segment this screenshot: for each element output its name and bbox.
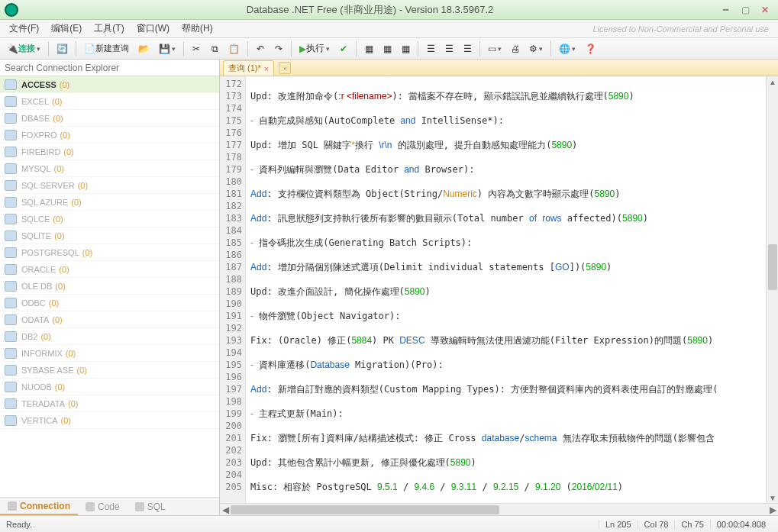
doc-icon: 📄 <box>84 44 95 54</box>
db-type-icon <box>5 415 17 426</box>
db-type-icon <box>5 247 17 258</box>
save-button[interactable]: 💾▾ <box>155 40 179 57</box>
connection-item-sqlce[interactable]: SQLCE(0) <box>0 211 219 227</box>
status-time: 00:00:04.808 <box>710 520 772 529</box>
status-ch: Ch 75 <box>674 520 709 529</box>
gear-button[interactable]: ⚙▾ <box>525 40 547 57</box>
search-input[interactable] <box>0 60 219 76</box>
connection-list: ACCESS(0)EXCEL(0)DBASE(0)FOXPRO(0)FIREBI… <box>0 76 219 497</box>
close-tab-icon[interactable]: × <box>264 64 269 73</box>
connection-item-mysql[interactable]: MYSQL(0) <box>0 160 219 177</box>
indent-icon: ☰ <box>427 44 435 54</box>
execute-button[interactable]: ▶执行▾ <box>295 40 334 57</box>
diagram-button[interactable]: ▭▾ <box>484 40 505 57</box>
db-type-icon <box>5 214 17 224</box>
toolbar: 🔌连接▾ 🔄 📄新建查询 📂 💾▾ ✂ ⧉ 📋 ↶ ↷ ▶执行▾ ✔ ▦ ▦ ▦… <box>0 38 778 60</box>
connection-item-foxpro[interactable]: FOXPRO(0) <box>0 127 219 143</box>
connection-item-sybase-ase[interactable]: SYBASE ASE(0) <box>0 362 219 379</box>
comment-button[interactable]: ☰ <box>459 40 476 57</box>
db-type-icon <box>5 130 17 140</box>
sidebar-tabs: Connection Code SQL <box>0 497 219 515</box>
hscroll-thumb[interactable] <box>231 505 499 514</box>
plug-icon: 🔌 <box>7 44 18 54</box>
print-button[interactable]: 🖨 <box>507 40 524 57</box>
tab-connection[interactable]: Connection <box>0 498 78 515</box>
refresh-button[interactable]: 🔄 <box>53 40 72 57</box>
connection-item-informix[interactable]: INFORMIX(0) <box>0 345 219 362</box>
globe-icon: 🌐 <box>559 44 570 54</box>
close-button[interactable]: ✕ <box>757 3 773 17</box>
connection-item-odata[interactable]: ODATA(0) <box>0 311 219 328</box>
connection-item-nuodb[interactable]: NUODB(0) <box>0 379 219 395</box>
paste-button[interactable]: 📋 <box>224 40 244 57</box>
help-button[interactable]: ❓ <box>581 40 600 57</box>
status-ln: Ln 205 <box>599 520 638 529</box>
redo-button[interactable]: ↷ <box>270 40 287 57</box>
scroll-thumb[interactable] <box>768 244 777 290</box>
menu-tool[interactable]: 工具(T) <box>88 21 130 37</box>
db-type-icon <box>5 281 17 292</box>
db-icon <box>8 501 17 511</box>
editor-tabs: 查询 (1)*× ▫ <box>220 60 778 76</box>
status-col: Col 78 <box>638 520 675 529</box>
check-button[interactable]: ✔ <box>335 40 352 57</box>
connection-item-ole-db[interactable]: OLE DB(0) <box>0 278 219 295</box>
indent-button[interactable]: ☰ <box>422 40 439 57</box>
menu-window[interactable]: 窗口(W) <box>131 21 176 37</box>
refresh-icon: 🔄 <box>56 44 68 54</box>
db-type-icon <box>5 382 17 392</box>
globe-button[interactable]: 🌐▾ <box>555 40 579 57</box>
horizontal-scrollbar[interactable]: ◀ ▶ <box>220 503 778 515</box>
new-query-button[interactable]: 📄新建查询 <box>80 40 133 57</box>
scroll-left-icon[interactable]: ◀ <box>220 505 231 515</box>
connection-item-sql-azure[interactable]: SQL AZURE(0) <box>0 194 219 211</box>
minimize-button[interactable]: ━ <box>717 3 734 17</box>
scroll-down-icon[interactable]: ▼ <box>767 492 778 503</box>
menu-help[interactable]: 帮助(H) <box>176 21 219 37</box>
new-tab-button[interactable]: ▫ <box>279 62 291 74</box>
maximize-button[interactable]: ▢ <box>737 3 754 17</box>
connection-item-firebird[interactable]: FIREBIRD(0) <box>0 143 219 160</box>
connection-item-sql-server[interactable]: SQL SERVER(0) <box>0 177 219 194</box>
db-type-icon <box>5 147 17 157</box>
menu-file[interactable]: 文件(F) <box>3 21 45 37</box>
titlebar: Database .NET Free (非商业用途) - Version 18.… <box>0 0 778 20</box>
connection-item-db2[interactable]: DB2(0) <box>0 328 219 345</box>
connection-item-vertica[interactable]: VERTICA(0) <box>0 412 219 429</box>
menubar: 文件(F) 编辑(E) 工具(T) 窗口(W) 帮助(H) Licensed t… <box>0 20 778 38</box>
db-type-icon <box>5 197 17 208</box>
undo-icon: ↶ <box>257 44 264 54</box>
scroll-right-icon[interactable]: ▶ <box>767 505 778 515</box>
connection-item-dbase[interactable]: DBASE(0) <box>0 110 219 127</box>
connection-item-odbc[interactable]: ODBC(0) <box>0 295 219 311</box>
connection-item-postgresql[interactable]: POSTGRESQL(0) <box>0 244 219 261</box>
db-type-icon <box>5 298 17 308</box>
sql-icon <box>135 502 144 511</box>
tab-code[interactable]: Code <box>78 498 128 515</box>
connection-item-oracle[interactable]: ORACLE(0) <box>0 261 219 278</box>
undo-button[interactable]: ↶ <box>252 40 269 57</box>
editor-tab-query1[interactable]: 查询 (1)*× <box>223 60 274 76</box>
copy-button[interactable]: ⧉ <box>206 40 223 57</box>
grid2-button[interactable]: ▦ <box>379 40 395 57</box>
connection-item-teradata[interactable]: TERADATA(0) <box>0 395 219 412</box>
code-area[interactable]: Upd: 改進附加命令(:r <filename>): 當檔案不存在時, 顯示錯… <box>246 76 766 503</box>
line-gutter: 172 173 174 175 176 177 178 179 180 181 … <box>220 76 246 503</box>
cut-button[interactable]: ✂ <box>188 40 205 57</box>
vertical-scrollbar[interactable]: ▲ ▼ <box>766 76 778 503</box>
connection-item-excel[interactable]: EXCEL(0) <box>0 93 219 110</box>
status-ready: Ready. <box>6 520 32 529</box>
db-type-icon <box>5 231 17 241</box>
grid3-button[interactable]: ▦ <box>397 40 414 57</box>
grid1-button[interactable]: ▦ <box>360 40 377 57</box>
outdent-button[interactable]: ☰ <box>441 40 457 57</box>
connection-item-access[interactable]: ACCESS(0) <box>0 76 219 93</box>
open-button[interactable]: 📂 <box>134 40 153 57</box>
db-type-icon <box>5 348 17 359</box>
menu-edit[interactable]: 编辑(E) <box>45 21 88 37</box>
connection-item-sqlite[interactable]: SQLITE(0) <box>0 227 219 244</box>
connect-button[interactable]: 🔌连接▾ <box>3 40 44 57</box>
tab-sql[interactable]: SQL <box>128 498 173 515</box>
scroll-up-icon[interactable]: ▲ <box>767 76 778 87</box>
db-type-icon <box>5 314 17 325</box>
